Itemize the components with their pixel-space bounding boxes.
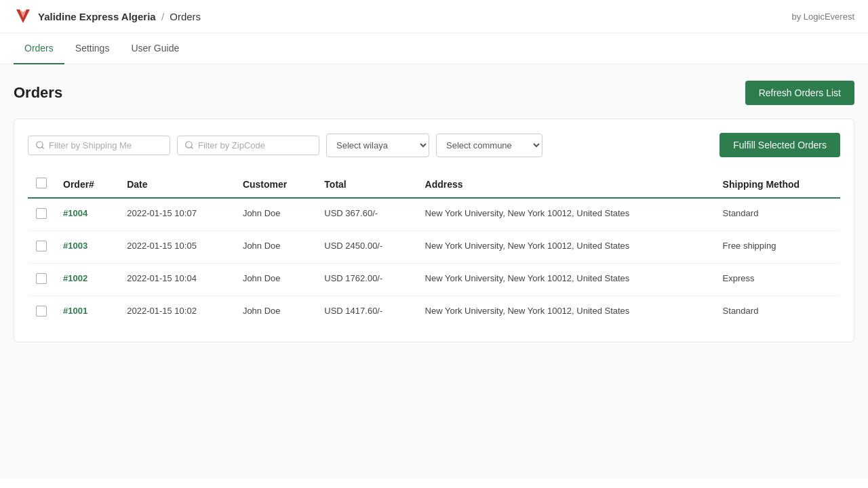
row-checkbox[interactable]	[36, 208, 47, 219]
shipping-filter-input[interactable]	[49, 140, 163, 150]
header-customer: Customer	[235, 171, 316, 198]
search-icon	[35, 140, 45, 150]
row-date: 2022-01-15 10:04	[119, 264, 235, 296]
row-order-num: #1001	[55, 296, 119, 329]
select-all-checkbox[interactable]	[36, 178, 47, 188]
orders-card: Select wilaya Select commune Fulfill Sel…	[14, 119, 854, 342]
nav-bar: Orders Settings User Guide	[0, 33, 868, 64]
table-row: #1001 2022-01-15 10:02 John Doe USD 1417…	[28, 296, 840, 329]
top-bar: Yalidine Express Algeria / Orders by Log…	[0, 0, 868, 33]
row-customer: John Doe	[235, 231, 316, 264]
row-customer: John Doe	[235, 264, 316, 296]
table-row: #1004 2022-01-15 10:07 John Doe USD 367.…	[28, 198, 840, 231]
table-row: #1002 2022-01-15 10:04 John Doe USD 1762…	[28, 264, 840, 296]
row-total: USD 2450.00/-	[316, 231, 416, 264]
page-title: Orders	[14, 84, 62, 102]
orders-table: Order# Date Customer Total Address Shipp…	[28, 171, 840, 328]
svg-line-5	[191, 147, 193, 149]
row-date: 2022-01-15 10:05	[119, 231, 235, 264]
row-shipping-method: Standard	[715, 198, 840, 231]
row-total: USD 367.60/-	[316, 198, 416, 231]
row-address: New York University, New York 10012, Uni…	[417, 264, 715, 296]
row-shipping-method: Standard	[715, 296, 840, 329]
nav-item-user-guide[interactable]: User Guide	[120, 33, 190, 64]
nav-item-orders[interactable]: Orders	[14, 33, 64, 64]
zipcode-filter-input[interactable]	[198, 140, 312, 150]
row-order-num: #1002	[55, 264, 119, 296]
zipcode-filter-wrap	[177, 136, 319, 155]
row-address: New York University, New York 10012, Uni…	[417, 296, 715, 329]
row-checkbox-cell	[28, 264, 55, 296]
by-label: by LogicEverest	[792, 12, 855, 22]
wilaya-select-wrap: Select wilaya	[326, 134, 429, 157]
row-checkbox[interactable]	[36, 306, 47, 317]
row-order-num: #1003	[55, 231, 119, 264]
row-checkbox[interactable]	[36, 241, 47, 251]
commune-select-wrap: Select commune	[436, 134, 542, 157]
filters-row: Select wilaya Select commune Fulfill Sel…	[28, 133, 840, 157]
row-checkbox[interactable]	[36, 273, 47, 284]
row-customer: John Doe	[235, 198, 316, 231]
row-date: 2022-01-15 10:02	[119, 296, 235, 329]
row-checkbox-cell	[28, 231, 55, 264]
wilaya-select[interactable]: Select wilaya	[327, 134, 429, 157]
row-order-num: #1004	[55, 198, 119, 231]
header-address: Address	[417, 171, 715, 198]
shipping-filter-wrap	[28, 136, 170, 155]
page-header: Orders Refresh Orders List	[14, 81, 854, 105]
row-address: New York University, New York 10012, Uni…	[417, 231, 715, 264]
header-date: Date	[119, 171, 235, 198]
row-date: 2022-01-15 10:07	[119, 198, 235, 231]
page-content: Orders Refresh Orders List Select wilaya	[0, 64, 868, 478]
search-icon-zip	[184, 140, 194, 150]
row-checkbox-cell	[28, 296, 55, 329]
header-checkbox	[28, 171, 55, 198]
fulfill-selected-button[interactable]: Fulfill Selected Orders	[719, 133, 840, 157]
row-total: USD 1762.00/-	[316, 264, 416, 296]
row-shipping-method: Express	[715, 264, 840, 296]
header-order-num: Order#	[55, 171, 119, 198]
refresh-orders-button[interactable]: Refresh Orders List	[745, 81, 854, 105]
app-title: Yalidine Express Algeria / Orders	[38, 11, 201, 22]
header-shipping-method: Shipping Method	[715, 171, 840, 198]
table-row: #1003 2022-01-15 10:05 John Doe USD 2450…	[28, 231, 840, 264]
svg-line-3	[42, 147, 44, 149]
row-shipping-method: Free shipping	[715, 231, 840, 264]
commune-select[interactable]: Select commune	[437, 134, 542, 157]
logo-icon	[14, 7, 33, 26]
table-header: Order# Date Customer Total Address Shipp…	[28, 171, 840, 198]
row-total: USD 1417.60/-	[316, 296, 416, 329]
header-total: Total	[316, 171, 416, 198]
orders-tbody: #1004 2022-01-15 10:07 John Doe USD 367.…	[28, 198, 840, 328]
row-address: New York University, New York 10012, Uni…	[417, 198, 715, 231]
top-bar-left: Yalidine Express Algeria / Orders	[14, 7, 201, 26]
row-customer: John Doe	[235, 296, 316, 329]
row-checkbox-cell	[28, 198, 55, 231]
nav-item-settings[interactable]: Settings	[64, 33, 121, 64]
